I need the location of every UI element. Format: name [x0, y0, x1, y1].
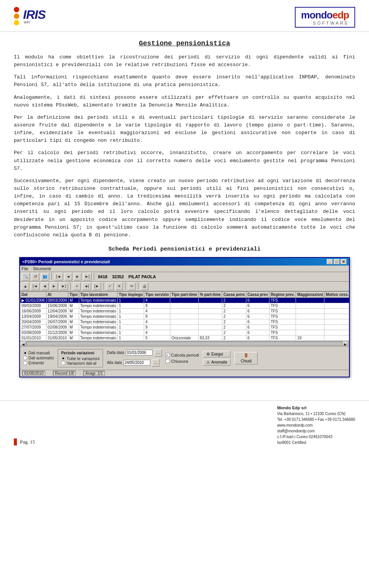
toolbar-print-btn[interactable]: 🖨	[141, 282, 148, 290]
esegui-label: Esegui	[211, 352, 223, 356]
data-type-radio-group: Dati manuali Dati automatici Entrambi	[23, 351, 54, 365]
radio-tutte-btn[interactable]	[61, 356, 65, 360]
table-cell: 6	[246, 324, 269, 330]
periodo-variazioni-box: Periodo variazioni Tutte le variazioni V…	[58, 349, 103, 367]
table-cell: TFS	[269, 303, 296, 308]
close-button[interactable]: ✕	[341, 259, 347, 264]
scroll-right-btn[interactable]: ►	[343, 342, 348, 345]
company-name: Mondo Edp srl	[277, 405, 355, 411]
table-cell: 6	[246, 330, 269, 335]
company-iso: Iso9001 Certified	[277, 440, 355, 445]
table-cell	[324, 319, 349, 324]
table-row[interactable]: 20/04/200926/07/2009MTempo indeterminato…	[20, 319, 349, 324]
maximize-button[interactable]: □	[334, 259, 340, 264]
table-cell: M	[68, 303, 79, 308]
chiusura-checkbox-btn[interactable]	[166, 359, 170, 363]
table-cell: TFS	[269, 335, 296, 341]
table-cell: TFS	[269, 297, 296, 303]
table-row[interactable]: 16/06/200912/04/2009MTempo indeterminato…	[20, 308, 349, 314]
table-cell: 4	[144, 330, 170, 335]
radio-dati-manuali[interactable]: Dati manuali	[23, 351, 54, 355]
table-cell: 2	[222, 308, 246, 314]
table-cell: Tempo indeterminato	[79, 303, 117, 308]
toolbar-search-btn[interactable]: 🔍	[22, 273, 30, 281]
esegui-button[interactable]: ⚙ Esegui	[203, 351, 231, 357]
table-row[interactable]: ▶ 01/01/200608/03/2009MTempo indetermina…	[20, 297, 349, 303]
main-content: Gestione pensionistica Il modulo ha come…	[0, 32, 369, 385]
paragraph-4: Per la definizione dei periodi utili e d…	[14, 114, 355, 145]
menu-file[interactable]: File	[22, 266, 28, 271]
status-record: Record 1/8	[53, 371, 76, 376]
toolbar-prev-btn[interactable]: ◄	[65, 273, 72, 281]
table-cell	[170, 303, 198, 308]
dalla-data-input[interactable]	[126, 350, 153, 355]
radio-dal-al-btn[interactable]	[61, 361, 65, 365]
window-controls[interactable]: _ □ ✕	[327, 259, 347, 264]
table-row[interactable]: 09/03/200915/06/2009MTempo indeterminato…	[20, 303, 349, 308]
table-row[interactable]: 13/04/200919/04/2009MTempo indeterminato…	[20, 314, 349, 319]
toolbar-prev3-btn[interactable]: ◄|	[82, 282, 91, 290]
toolbar-btn-a[interactable]: ▲	[22, 282, 29, 290]
radio-dati-automatici[interactable]: Dati automatici	[23, 356, 54, 360]
col-tipo-lav: Tipo lavoratore	[79, 291, 117, 297]
app-window: <P280> Periodi pensionistici e previdenz…	[19, 257, 350, 377]
chiudi-button[interactable]: 🚪 Chiudi	[234, 352, 258, 364]
radio-automatici-btn[interactable]	[23, 356, 27, 360]
radio-manuali-btn[interactable]	[23, 351, 27, 355]
scroll-left-btn[interactable]: ◄	[21, 342, 26, 345]
table-cell	[296, 297, 324, 303]
radio-dal-al-label: Variazioni dal-al	[66, 361, 96, 365]
table-row[interactable]: 01/01/201031/05/2010MTempo indeterminato…	[20, 335, 349, 341]
horizontal-scrollbar[interactable]: ◄ ►	[20, 341, 349, 346]
scroll-track[interactable]	[26, 342, 343, 345]
radio-entrambi[interactable]: Entrambi	[23, 361, 54, 365]
radio-tutte-label: Tutte le variazioni	[66, 356, 100, 361]
table-cell: M	[68, 308, 79, 314]
toolbar-next-btn[interactable]: ►	[74, 273, 81, 281]
menu-strumenti[interactable]: Strumenti	[33, 266, 51, 271]
company-web: www.mondoedp.com	[277, 422, 355, 428]
table-cell: 9	[144, 324, 170, 330]
radio-dal-al[interactable]: Variazioni dal-al	[61, 361, 100, 365]
paragraph-1: Il modulo ha come obiettivo la ricostruz…	[14, 53, 355, 69]
chiusura-checkbox[interactable]: Chiusura	[166, 359, 199, 364]
table-cell: 2	[222, 303, 246, 308]
table-cell: M	[68, 314, 79, 319]
toolbar-first-btn[interactable]: |◄	[54, 273, 63, 281]
toolbar-next2-btn[interactable]: ►	[50, 282, 58, 290]
table-row[interactable]: 03/08/200931/12/2009MTempo indeterminato…	[20, 330, 349, 335]
table-cell: 26/07/2009	[46, 319, 68, 324]
table-row[interactable]: 27/07/200902/08/2009MTempo indeterminato…	[20, 324, 349, 330]
page-marker	[14, 439, 17, 445]
calcola-checkbox-btn[interactable]: ✓	[166, 353, 170, 357]
header: IRIS win mondoedp SOFTWARE	[0, 0, 369, 32]
table-cell: 31/05/2010	[46, 335, 68, 341]
toolbar-x-btn[interactable]: ✕	[115, 282, 123, 290]
dalla-data-picker[interactable]: …	[154, 349, 162, 357]
radio-entrambi-btn[interactable]	[23, 361, 27, 365]
minimize-button[interactable]: _	[327, 259, 333, 264]
anomalie-button[interactable]: ⚠ Anomalie	[203, 359, 231, 365]
table-cell: 4	[144, 297, 170, 303]
table-cell: 2	[222, 297, 246, 303]
radio-tutte[interactable]: Tutte le variazioni	[61, 356, 100, 361]
anomalie-label: Anomalie	[211, 360, 228, 364]
alla-data-picker[interactable]: …	[152, 359, 160, 367]
toolbar-prev2-btn[interactable]: ◄	[41, 282, 49, 290]
toolbar-next3-btn[interactable]: |►	[93, 282, 101, 290]
calcola-periodi-checkbox[interactable]: ✓ Calcola periodi	[166, 353, 199, 357]
table-cell: Orizzontale	[170, 335, 198, 341]
toolbar-first2-btn[interactable]: |◄	[31, 282, 40, 290]
toolbar-refresh-btn[interactable]: ↺	[32, 273, 39, 281]
toolbar-last2-btn[interactable]: ►|	[60, 282, 68, 290]
toolbar-check-btn[interactable]: ✓	[106, 282, 114, 290]
toolbar-people-btn[interactable]: 👥	[41, 273, 49, 281]
alla-data-input[interactable]	[123, 360, 150, 365]
toolbar-last-btn[interactable]: ►|	[83, 273, 92, 281]
company-address: Via Barbaresco, 11 • 12100 Cuneo (CN)	[277, 411, 355, 417]
table-cell: Tempo indeterminato	[79, 297, 117, 303]
table-cell	[324, 330, 349, 335]
table-cell	[296, 308, 324, 314]
toolbar-add-btn[interactable]: +	[73, 282, 81, 290]
toolbar-edit-btn[interactable]: ✏	[128, 282, 136, 290]
